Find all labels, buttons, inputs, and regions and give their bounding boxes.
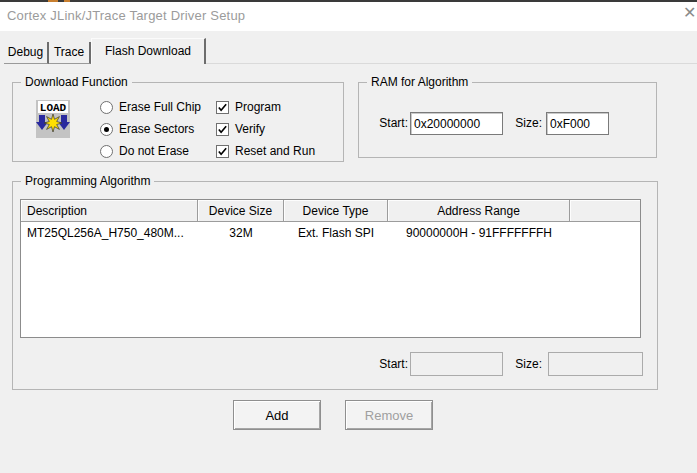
ram-size-label: Size:: [505, 116, 542, 130]
checkbox-label: Reset and Run: [235, 144, 315, 158]
algorithm-table: Description Device Size Device Type Addr…: [20, 199, 641, 338]
programming-algorithm-title: Programming Algorithm: [21, 174, 154, 188]
checkbox-program[interactable]: Program: [216, 100, 281, 114]
remove-button[interactable]: Remove: [345, 400, 433, 430]
algo-size-input: [548, 352, 643, 376]
column-header-description[interactable]: Description: [21, 200, 198, 221]
column-header-address-range[interactable]: Address Range: [388, 200, 570, 221]
checkmark-icon: [216, 145, 229, 158]
column-header-empty: [570, 200, 640, 221]
column-header-device-size[interactable]: Device Size: [198, 200, 284, 221]
algorithm-table-header: Description Device Size Device Type Addr…: [21, 200, 640, 222]
algo-start-input: [410, 352, 503, 376]
tab-flash-download[interactable]: Flash Download: [91, 38, 206, 64]
radio-circle-icon: [100, 123, 113, 136]
radio-circle-icon: [100, 101, 113, 114]
checkbox-label: Program: [235, 100, 281, 114]
radio-erase-sectors[interactable]: Erase Sectors: [100, 122, 194, 136]
radio-erase-full-chip[interactable]: Erase Full Chip: [100, 100, 201, 114]
add-button[interactable]: Add: [233, 400, 321, 430]
checkmark-icon: [216, 123, 229, 136]
column-header-device-type[interactable]: Device Type: [284, 200, 388, 221]
checkbox-label: Verify: [235, 122, 265, 136]
radio-label: Erase Full Chip: [119, 100, 201, 114]
radio-label: Do not Erase: [119, 144, 189, 158]
table-row[interactable]: MT25QL256A_H750_480M... 32M Ext. Flash S…: [21, 222, 640, 243]
ram-start-input[interactable]: 0x20000000: [410, 112, 503, 135]
top-border-accent: [48, 0, 58, 2]
close-icon[interactable]: ✕: [683, 3, 696, 22]
ram-start-label: Start:: [368, 116, 408, 130]
cell-address-range: 90000000H - 91FFFFFFFH: [388, 222, 570, 243]
cell-device-type: Ext. Flash SPI: [284, 222, 388, 243]
checkbox-verify[interactable]: Verify: [216, 122, 265, 136]
svg-text:LOAD: LOAD: [40, 102, 67, 114]
tab-trace[interactable]: Trace: [49, 42, 91, 64]
tab-debug[interactable]: Debug: [4, 42, 49, 64]
top-border-accent: [64, 0, 70, 2]
load-flash-icon: LOAD: [36, 100, 70, 138]
cell-empty: [570, 222, 640, 243]
radio-label: Erase Sectors: [119, 122, 194, 136]
download-function-title: Download Function: [21, 75, 132, 89]
radio-circle-icon: [100, 145, 113, 158]
checkmark-icon: [216, 101, 229, 114]
ram-for-algorithm-title: RAM for Algorithm: [367, 75, 472, 89]
algo-size-label: Size:: [505, 357, 542, 371]
algo-start-label: Start:: [368, 357, 408, 371]
cell-device-size: 32M: [198, 222, 284, 243]
ram-size-input[interactable]: 0xF000: [546, 112, 609, 135]
window-top-border: [0, 0, 697, 2]
radio-do-not-erase[interactable]: Do not Erase: [100, 144, 189, 158]
window-title: Cortex JLink/JTrace Target Driver Setup: [7, 8, 245, 23]
tabstrip-baseline: [206, 63, 697, 64]
cell-description: MT25QL256A_H750_480M...: [21, 222, 198, 243]
dialog-window: Cortex JLink/JTrace Target Driver Setup …: [0, 0, 697, 473]
checkbox-reset-and-run[interactable]: Reset and Run: [216, 144, 315, 158]
